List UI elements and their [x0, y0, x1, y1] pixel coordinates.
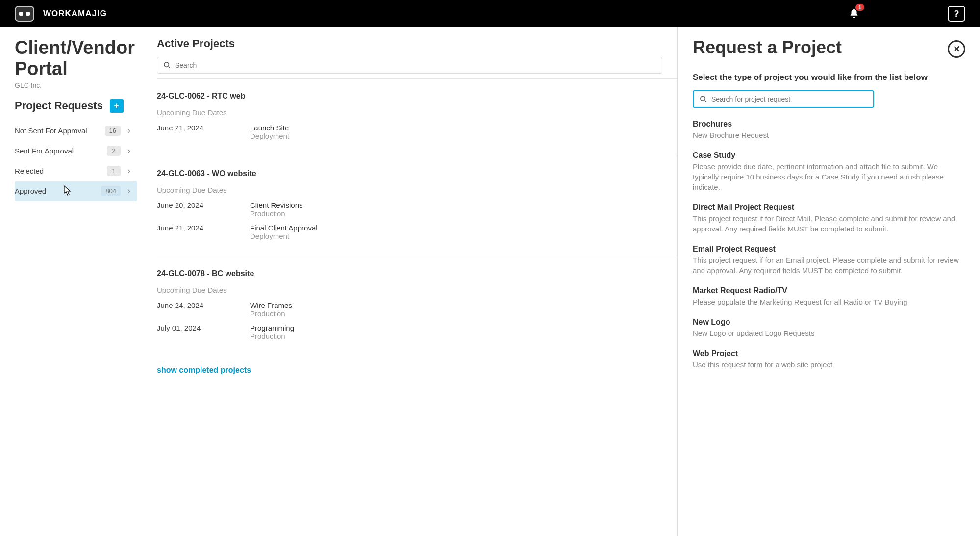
- active-projects-pane: calendar Active Projects 24-GLC-0062 - R…: [142, 27, 677, 536]
- svg-point-1: [164, 62, 169, 67]
- task-phase: Production: [250, 332, 294, 340]
- status-label: Sent For Approval: [15, 147, 74, 155]
- request-type-desc: Please populate the Marketing Request fo…: [693, 297, 965, 307]
- due-date: June 21, 2024: [157, 224, 221, 232]
- help-button[interactable]: ?: [948, 6, 965, 22]
- request-type-name: Brochures: [693, 120, 965, 128]
- due-row: July 01, 2024ProgrammingProduction: [157, 321, 662, 343]
- task-phase: Deployment: [250, 132, 289, 140]
- project-card[interactable]: 24-GLC-0063 - WO websiteUpcoming Due Dat…: [157, 156, 677, 256]
- project-search[interactable]: [157, 57, 662, 74]
- project-title: 24-GLC-0078 - BC website: [157, 269, 662, 278]
- page-title: Client/Vendor Portal: [15, 37, 142, 79]
- status-count: 804: [101, 186, 121, 196]
- request-type-desc: New Brochure Request: [693, 130, 965, 140]
- search-icon: [700, 95, 707, 103]
- status-label: Rejected: [15, 167, 44, 175]
- request-type-name: Web Project: [693, 349, 965, 358]
- notifications-button[interactable]: 1: [849, 8, 859, 20]
- plus-icon: +: [114, 101, 119, 111]
- request-type-item[interactable]: Web ProjectUse this request form for a w…: [693, 349, 965, 370]
- project-title: 24-GLC-0062 - RTC web: [157, 92, 662, 101]
- request-type-name: New Logo: [693, 318, 965, 327]
- status-count: 2: [107, 146, 121, 156]
- request-type-desc: Use this request form for a web site pro…: [693, 359, 965, 370]
- request-type-item[interactable]: Market Request Radio/TVPlease populate t…: [693, 286, 965, 307]
- request-panel-subhead: Select the type of project you would lik…: [693, 73, 965, 82]
- request-type-desc: Please provide due date, pertinent infor…: [693, 161, 965, 192]
- task-phase: Production: [250, 309, 292, 318]
- task-name: Launch Site: [250, 124, 289, 132]
- active-projects-heading: Active Projects: [157, 37, 677, 50]
- close-panel-button[interactable]: ✕: [948, 40, 965, 58]
- request-type-name: Case Study: [693, 151, 965, 160]
- due-row: June 21, 2024Launch SiteDeployment: [157, 121, 662, 143]
- search-icon: [163, 61, 171, 69]
- request-type-desc: This project request if for an Email pro…: [693, 255, 965, 276]
- request-type-item[interactable]: Email Project RequestThis project reques…: [693, 245, 965, 276]
- project-search-input[interactable]: [175, 61, 656, 69]
- notification-badge: 1: [855, 4, 864, 11]
- app-header: WORKAMAJIG 1 ?: [0, 0, 980, 27]
- request-type-search-input[interactable]: [711, 95, 867, 103]
- company-name: GLC Inc.: [15, 81, 142, 89]
- chevron-right-icon: ›: [127, 126, 130, 136]
- request-type-desc: This project request if for Direct Mail.…: [693, 213, 965, 234]
- request-type-item[interactable]: Direct Mail Project RequestThis project …: [693, 203, 965, 234]
- status-row-sent-for-approval[interactable]: Sent For Approval2›: [15, 141, 137, 161]
- task-name: Programming: [250, 324, 294, 332]
- task-phase: Deployment: [250, 232, 318, 240]
- upcoming-label: Upcoming Due Dates: [157, 108, 662, 117]
- due-date: July 01, 2024: [157, 324, 221, 332]
- project-card[interactable]: 24-GLC-0062 - RTC webUpcoming Due DatesJ…: [157, 78, 677, 156]
- chevron-right-icon: ›: [127, 146, 130, 156]
- project-title: 24-GLC-0063 - WO website: [157, 169, 662, 178]
- due-date: June 21, 2024: [157, 124, 221, 132]
- request-type-item[interactable]: Case StudyPlease provide due date, perti…: [693, 151, 965, 192]
- task-name: Wire Frames: [250, 301, 292, 309]
- task-name: Final Client Approval: [250, 224, 318, 232]
- request-type-desc: New Logo or updated Logo Requests: [693, 328, 965, 338]
- request-type-name: Email Project Request: [693, 245, 965, 254]
- brand-name: WORKAMAJIG: [43, 9, 107, 19]
- chevron-right-icon: ›: [127, 186, 130, 196]
- status-count: 1: [107, 166, 121, 176]
- upcoming-label: Upcoming Due Dates: [157, 286, 662, 294]
- due-row: June 24, 2024Wire FramesProduction: [157, 298, 662, 321]
- request-type-search[interactable]: [693, 90, 874, 108]
- status-count: 16: [105, 126, 121, 136]
- due-date: June 24, 2024: [157, 301, 221, 309]
- add-request-button[interactable]: +: [110, 99, 124, 113]
- request-type-item[interactable]: BrochuresNew Brochure Request: [693, 120, 965, 140]
- status-row-approved[interactable]: Approved804›: [15, 181, 137, 201]
- status-row-rejected[interactable]: Rejected1›: [15, 161, 137, 181]
- task-name: Client Revisions: [250, 201, 303, 209]
- close-icon: ✕: [953, 44, 960, 54]
- request-project-panel: ✕ Request a Project Select the type of p…: [678, 27, 980, 536]
- status-row-not-sent-for-approval[interactable]: Not Sent For Approval16›: [15, 121, 137, 141]
- svg-point-2: [701, 96, 705, 101]
- show-completed-link[interactable]: show completed projects: [157, 366, 677, 375]
- sidebar: Client/Vendor Portal GLC Inc. Project Re…: [0, 27, 142, 536]
- app-logo[interactable]: [15, 6, 34, 22]
- due-date: June 20, 2024: [157, 201, 221, 209]
- help-icon: ?: [954, 9, 959, 19]
- chevron-right-icon: ›: [127, 166, 130, 176]
- upcoming-label: Upcoming Due Dates: [157, 186, 662, 194]
- project-card[interactable]: 24-GLC-0078 - BC websiteUpcoming Due Dat…: [157, 256, 677, 356]
- request-type-name: Direct Mail Project Request: [693, 203, 965, 212]
- due-row: June 20, 2024Client RevisionsProduction: [157, 198, 662, 221]
- request-panel-title: Request a Project: [693, 37, 965, 58]
- task-phase: Production: [250, 209, 303, 218]
- due-row: June 21, 2024Final Client ApprovalDeploy…: [157, 221, 662, 243]
- status-label: Not Sent For Approval: [15, 127, 87, 135]
- request-type-name: Market Request Radio/TV: [693, 286, 965, 295]
- status-label: Approved: [15, 187, 46, 195]
- request-type-item[interactable]: New LogoNew Logo or updated Logo Request…: [693, 318, 965, 338]
- main-left-pane: Client/Vendor Portal GLC Inc. Project Re…: [0, 27, 678, 536]
- project-requests-heading: Project Requests: [15, 100, 103, 112]
